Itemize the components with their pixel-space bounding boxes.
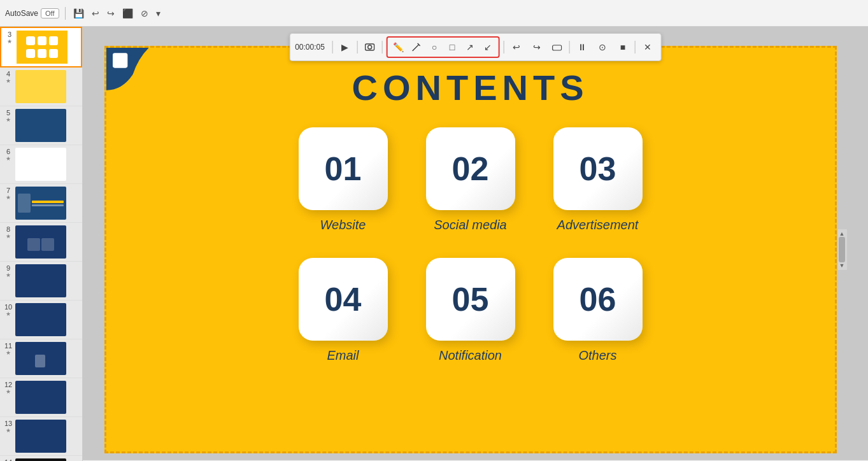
scroll-up-arrow[interactable]: ▲ <box>839 230 845 237</box>
timer-display: 00:00:05 <box>295 43 329 52</box>
grid-item-4: 04 Email <box>299 258 388 363</box>
eraser-button[interactable] <box>549 39 566 55</box>
number-box-3: 03 <box>553 127 643 210</box>
pen-tool-button[interactable]: ✏️ <box>390 39 407 55</box>
annotation-bar: 00:00:05 ▶ ✏️ ○ □ ↗ ↙ ↩ <box>289 33 662 61</box>
brush-tool-button[interactable] <box>408 39 425 55</box>
scroll-down-arrow[interactable]: ▼ <box>839 262 845 269</box>
slide-decoration <box>106 48 170 111</box>
stop-button[interactable]: ■ <box>615 39 631 55</box>
grid-item-2: 02 Social media <box>426 127 515 232</box>
grid-item-6: 06 Others <box>553 258 643 363</box>
separator-1 <box>65 7 66 20</box>
grid-label-1: Website <box>320 218 366 232</box>
ann-sep-2 <box>357 41 358 53</box>
ann-sep-3 <box>382 41 383 53</box>
slide-3: CONTENTS 01 Website 02 Social media 03 A… <box>104 46 837 453</box>
line-tool-button[interactable]: ↙ <box>480 39 496 55</box>
dot-button[interactable]: ⊙ <box>594 39 611 55</box>
slide-thumbnail-10[interactable]: 10 ★ <box>0 301 82 339</box>
number-box-6: 06 <box>553 258 643 341</box>
slide-thumbnail-8[interactable]: 8 ★ <box>0 223 82 262</box>
number-box-4: 04 <box>299 258 388 341</box>
close-toolbar-button[interactable]: ✕ <box>639 39 656 55</box>
main-layout: 3 ★ 4 ★ 5 <box>0 27 868 461</box>
undo-icon[interactable]: ↩ <box>90 6 101 20</box>
grid-item-3: 03 Advertisement <box>553 127 643 232</box>
grid-label-6: Others <box>578 348 616 363</box>
svg-rect-2 <box>553 45 562 50</box>
slide-thumbnail-12[interactable]: 12 ★ <box>0 378 82 417</box>
redo-tool-button[interactable]: ↪ <box>529 39 545 55</box>
slide-thumbnail-4[interactable]: 4 ★ <box>0 67 82 106</box>
play-button[interactable]: ▶ <box>337 39 353 55</box>
slide-thumbnail-14[interactable]: 14 ★ <box>0 456 82 461</box>
slide-thumbnail-7[interactable]: 7 ★ <box>0 184 82 223</box>
pause-button[interactable]: ⏸ <box>574 39 590 55</box>
slide-thumbnail-11[interactable]: 11 ★ <box>0 339 82 378</box>
undo-tool-button[interactable]: ↩ <box>508 39 525 55</box>
camera-button[interactable] <box>362 39 378 55</box>
slide-thumbnail-5[interactable]: 5 ★ <box>0 106 82 145</box>
number-box-5: 05 <box>426 258 515 341</box>
slide-thumbnail-3[interactable]: 3 ★ <box>0 27 82 67</box>
grid-label-5: Notification <box>439 348 502 363</box>
grid-label-4: Email <box>327 348 359 363</box>
slide-thumbnail-6[interactable]: 6 ★ <box>0 145 82 184</box>
grid-label-2: Social media <box>434 218 507 232</box>
grid-item-1: 01 Website <box>299 127 388 232</box>
top-bar: AutoSave Off 💾 ↩ ↪ ⬛ ⊘ ▾ <box>0 0 868 27</box>
save-icon[interactable]: 💾 <box>71 6 86 20</box>
arrow-tool-button[interactable]: ↗ <box>462 39 478 55</box>
more-icon[interactable]: ▾ <box>154 6 162 20</box>
grid-item-5: 05 Notification <box>426 258 515 363</box>
svg-rect-3 <box>113 53 127 67</box>
ann-sep-6 <box>635 41 636 53</box>
autosave-toggle[interactable]: AutoSave Off <box>5 8 59 18</box>
present-icon[interactable]: ⬛ <box>120 6 135 20</box>
ann-sep-4 <box>504 41 504 53</box>
autosave-label: AutoSave <box>5 9 38 18</box>
svg-point-1 <box>368 45 372 49</box>
rect-tool-button[interactable]: □ <box>444 39 460 55</box>
content-area: 00:00:05 ▶ ✏️ ○ □ ↗ ↙ ↩ <box>83 27 868 461</box>
slide-preview-3 <box>17 31 68 64</box>
toggle-switch[interactable]: Off <box>41 8 59 18</box>
sidebar: 3 ★ 4 ★ 5 <box>0 27 83 461</box>
prohibit-icon[interactable]: ⊘ <box>139 6 150 20</box>
number-box-2: 02 <box>426 127 515 210</box>
ann-sep-5 <box>569 41 570 53</box>
redo-icon[interactable]: ↪ <box>105 6 117 20</box>
slide-num-star-3: 3 ★ <box>5 31 14 45</box>
slide-thumbnail-13[interactable]: 13 ★ <box>0 417 82 456</box>
drawing-tools: ✏️ ○ □ ↗ ↙ <box>387 36 500 58</box>
number-box-1: 01 <box>299 127 388 210</box>
grid-label-3: Advertisement <box>557 218 639 232</box>
right-scrollbar[interactable]: ▲ ▼ <box>837 229 847 270</box>
scroll-thumb[interactable] <box>839 237 845 262</box>
content-grid: 01 Website 02 Social media 03 Advertisem… <box>260 127 681 363</box>
slide-title: CONTENTS <box>352 67 589 108</box>
circle-tool-button[interactable]: ○ <box>426 39 443 55</box>
slide-thumbnail-9[interactable]: 9 ★ <box>0 262 82 301</box>
ann-sep-1 <box>332 41 333 53</box>
slide-container: CONTENTS 01 Website 02 Social media 03 A… <box>83 27 868 460</box>
